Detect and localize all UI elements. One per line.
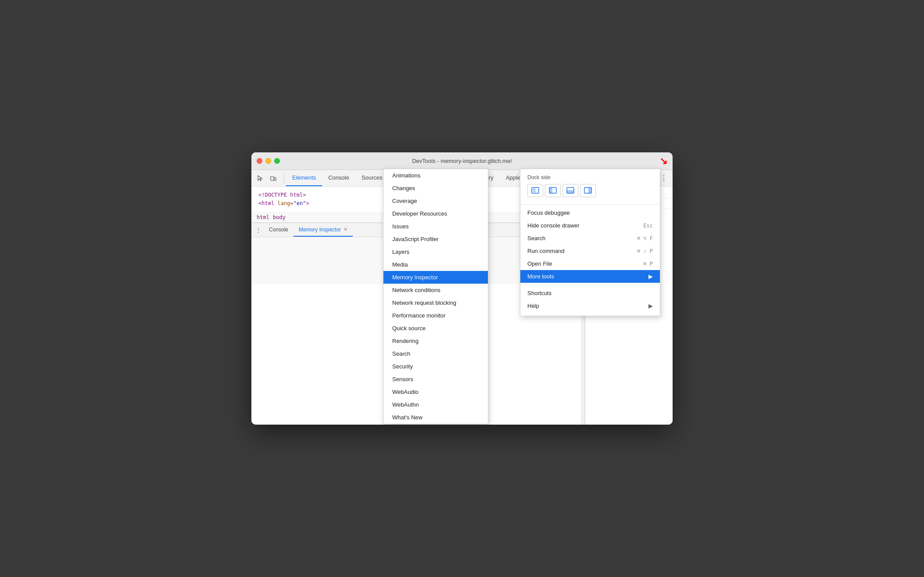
doctype-tag: <!DOCTYPE html> bbox=[258, 192, 306, 198]
settings-more-tools[interactable]: More tools ▶ bbox=[520, 270, 660, 283]
menu-changes[interactable]: Changes bbox=[383, 187, 488, 195]
svg-rect-7 bbox=[567, 190, 574, 193]
devtools-window: DevTools - memory-inspector.glitch.me/ ↘… bbox=[251, 152, 673, 425]
drawer-options-icon[interactable]: ⋮ bbox=[253, 225, 264, 235]
svg-rect-5 bbox=[549, 188, 552, 193]
settings-focus-debuggee[interactable]: Focus debuggee bbox=[520, 206, 660, 219]
dock-left-button[interactable] bbox=[545, 187, 561, 197]
devtools-body: <!DOCTYPE html> <html lang="en"> html bo… bbox=[251, 187, 673, 425]
menu-coverage[interactable]: Coverage bbox=[383, 195, 488, 207]
breadcrumb-html[interactable]: html bbox=[257, 214, 269, 220]
traffic-lights bbox=[257, 158, 280, 164]
more-tools-dropdown: Animations Changes Coverage Developer Re… bbox=[383, 187, 488, 424]
help-arrow-icon: ▶ bbox=[648, 303, 653, 309]
menu-whats-new[interactable]: What's New bbox=[383, 411, 488, 424]
drawer-tab-console[interactable]: Console bbox=[264, 223, 294, 237]
settings-divider-2 bbox=[520, 285, 660, 285]
svg-rect-1 bbox=[274, 177, 276, 180]
cursor-icon-button[interactable] bbox=[254, 172, 266, 184]
dock-side-section: Dock side bbox=[520, 187, 660, 202]
menu-layers[interactable]: Layers bbox=[383, 245, 488, 258]
menu-quick-source[interactable]: Quick source bbox=[383, 322, 488, 335]
dock-undock-button[interactable] bbox=[527, 187, 543, 197]
settings-panel: Dock side bbox=[520, 187, 660, 316]
menu-search[interactable]: Search bbox=[383, 347, 488, 360]
svg-rect-3 bbox=[533, 188, 536, 192]
settings-shortcuts[interactable]: Shortcuts bbox=[520, 287, 660, 299]
menu-rendering[interactable]: Rendering bbox=[383, 335, 488, 347]
maximize-button[interactable] bbox=[274, 158, 280, 164]
menu-developer-resources[interactable]: Developer Resources bbox=[383, 207, 488, 220]
lang-val: "en" bbox=[293, 200, 306, 206]
device-toggle-button[interactable] bbox=[267, 172, 279, 184]
dock-bottom-button[interactable] bbox=[562, 187, 578, 197]
svg-rect-0 bbox=[271, 177, 274, 180]
settings-hide-console-drawer[interactable]: Hide console drawer Esc bbox=[520, 219, 660, 232]
dock-right-button[interactable] bbox=[580, 187, 596, 197]
settings-help[interactable]: Help ▶ bbox=[520, 299, 660, 312]
settings-open-file[interactable]: Open File ⌘ P bbox=[520, 257, 660, 270]
menu-network-request-blocking[interactable]: Network request blocking bbox=[383, 296, 488, 309]
arrow-icon: ↘ bbox=[659, 155, 667, 167]
menu-issues[interactable]: Issues bbox=[383, 220, 488, 233]
settings-divider-1 bbox=[520, 204, 660, 205]
menu-media[interactable]: Media bbox=[383, 258, 488, 271]
dock-buttons bbox=[527, 187, 653, 197]
settings-run-command[interactable]: Run command ⌘ ⇧ P bbox=[520, 245, 660, 257]
svg-rect-9 bbox=[588, 188, 591, 193]
toolbar-left-icons bbox=[254, 172, 279, 184]
toolbar-divider bbox=[284, 173, 284, 183]
menu-performance-monitor[interactable]: Performance monitor bbox=[383, 309, 488, 322]
minimize-button[interactable] bbox=[265, 158, 271, 164]
close-button[interactable] bbox=[257, 158, 262, 164]
menu-security[interactable]: Security bbox=[383, 360, 488, 373]
html-tag-close: > bbox=[306, 200, 309, 206]
menu-sensors[interactable]: Sensors bbox=[383, 373, 488, 386]
drawer-tab-memory-inspector[interactable]: Memory Inspector ✕ bbox=[294, 223, 353, 237]
menu-js-profiler[interactable]: JavaScript Profiler bbox=[383, 233, 488, 245]
window-title: DevTools - memory-inspector.glitch.me/ bbox=[412, 158, 512, 164]
more-tools-arrow-icon: ▶ bbox=[648, 273, 653, 280]
close-tab-icon[interactable]: ✕ bbox=[344, 227, 347, 232]
settings-search[interactable]: Search ⌘ ⌥ F bbox=[520, 232, 660, 245]
html-tag: <html bbox=[258, 200, 277, 206]
menu-network-conditions[interactable]: Network conditions bbox=[383, 284, 488, 296]
menu-webauthn[interactable]: WebAuthn bbox=[383, 398, 488, 411]
tab-console[interactable]: Console bbox=[322, 170, 355, 186]
menu-memory-inspector[interactable]: Memory Inspector bbox=[383, 271, 488, 284]
tab-elements[interactable]: Elements bbox=[286, 170, 322, 186]
menu-webaudio[interactable]: WebAudio bbox=[383, 386, 488, 398]
lang-attr: lang= bbox=[277, 200, 293, 206]
title-bar: DevTools - memory-inspector.glitch.me/ ↘ bbox=[251, 152, 673, 170]
breadcrumb-body[interactable]: body bbox=[273, 214, 286, 220]
